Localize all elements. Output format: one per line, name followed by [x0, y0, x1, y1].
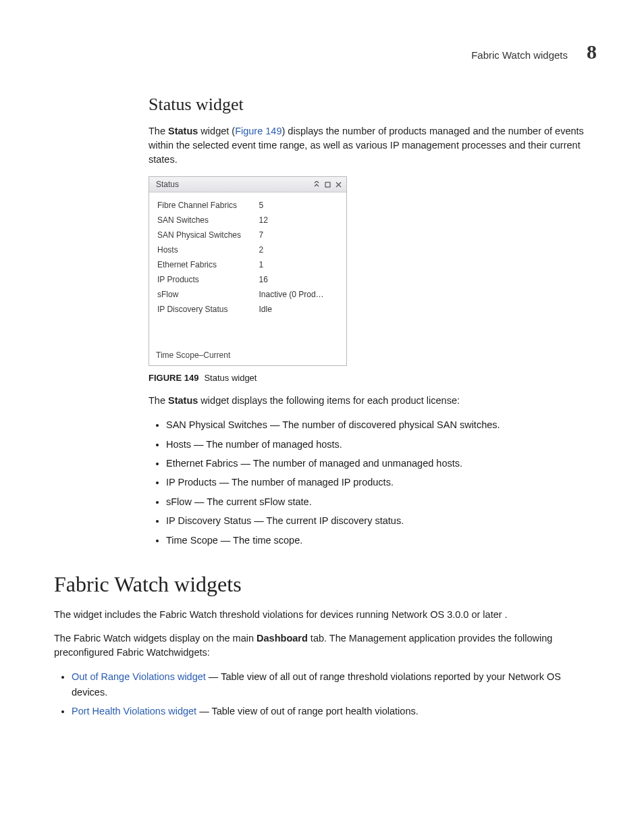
- fabric-bullet-list: Out of Range Violations widget — Table v…: [54, 669, 597, 719]
- figure-label: FIGURE 149: [149, 373, 198, 383]
- status-row-value: 7: [258, 228, 340, 242]
- figure-caption: FIGURE 149Status widget: [149, 373, 597, 383]
- widget-titlebar-icons: [313, 180, 342, 188]
- status-row-label: Ethernet Fabrics: [156, 257, 258, 272]
- list-item: Time Scope — The time scope.: [166, 533, 597, 548]
- text-bold: Status: [168, 126, 198, 136]
- status-row-label: Hosts: [156, 242, 258, 257]
- fabric-content: The widget includes the Fabric Watch thr…: [54, 608, 597, 719]
- status-row-label: IP Discovery Status: [156, 302, 258, 317]
- status-row: Fibre Channel Fabrics5: [156, 198, 340, 213]
- figure-link[interactable]: Figure 149: [235, 126, 281, 136]
- status-widget-heading: Status widget: [149, 95, 597, 115]
- svg-rect-0: [325, 182, 330, 187]
- fabric-paragraph-2: The Fabric Watch widgets display on the …: [54, 631, 597, 660]
- status-items-intro: The Status widget displays the following…: [149, 394, 597, 408]
- text: The Fabric Watch widgets display on the …: [54, 633, 257, 644]
- status-row-label: SAN Switches: [156, 213, 258, 228]
- status-row-label: sFlow: [156, 287, 258, 302]
- status-row: IP Products16: [156, 272, 340, 287]
- text: widget (: [198, 126, 235, 136]
- text-bold: Status: [168, 395, 198, 406]
- page: Fabric Watch widgets 8 Status widget The…: [0, 0, 644, 769]
- status-row-value: Idle: [258, 302, 340, 317]
- status-row-value: 5: [258, 198, 340, 213]
- status-row-value: 16: [258, 272, 340, 287]
- collapse-icon[interactable]: [313, 180, 321, 188]
- status-row-value: Inactive (0 Prod…: [258, 287, 340, 302]
- cross-reference-link[interactable]: Out of Range Violations widget: [72, 671, 206, 682]
- status-row: Hosts2: [156, 242, 340, 257]
- widget-body: Fibre Channel Fabrics5SAN Switches12SAN …: [149, 192, 346, 317]
- fabric-watch-heading: Fabric Watch widgets: [54, 572, 597, 597]
- status-row-label: IP Products: [156, 272, 258, 287]
- list-item: IP Discovery Status — The current IP dis…: [166, 513, 597, 528]
- text-bold: Dashboard: [257, 633, 308, 644]
- status-intro-paragraph: The Status widget (Figure 149) displays …: [149, 124, 597, 167]
- widget-footer: Time Scope–Current: [149, 346, 346, 365]
- chapter-number: 8: [587, 41, 597, 63]
- status-row: sFlowInactive (0 Prod…: [156, 287, 340, 302]
- status-row: IP Discovery StatusIdle: [156, 302, 340, 317]
- text: widget displays the following items for …: [198, 395, 460, 406]
- list-item: sFlow — The current sFlow state.: [166, 494, 597, 509]
- list-item: SAN Physical Switches — The number of di…: [166, 417, 597, 432]
- cross-reference-link[interactable]: Port Health Violations widget: [72, 706, 196, 716]
- text: — Table view of out of range port health…: [196, 706, 419, 716]
- status-row: SAN Physical Switches7: [156, 228, 340, 242]
- running-title: Fabric Watch widgets: [471, 49, 568, 61]
- close-icon[interactable]: [334, 180, 342, 188]
- list-item: IP Products — The number of managed IP p…: [166, 475, 597, 490]
- status-table: Fibre Channel Fabrics5SAN Switches12SAN …: [156, 198, 340, 317]
- content-column: Status widget The Status widget (Figure …: [149, 95, 597, 548]
- widget-titlebar: Status: [149, 177, 346, 192]
- list-item: Port Health Violations widget — Table vi…: [72, 704, 597, 719]
- status-widget-screenshot: Status Fibre Channel Fabrics5SAN Switche…: [149, 176, 347, 366]
- status-row-value: 12: [258, 213, 340, 228]
- status-row-value: 1: [258, 257, 340, 272]
- status-row-label: SAN Physical Switches: [156, 228, 258, 242]
- status-row: Ethernet Fabrics1: [156, 257, 340, 272]
- maximize-icon[interactable]: [323, 180, 331, 188]
- widget-title: Status: [156, 180, 179, 189]
- status-row: SAN Switches12: [156, 213, 340, 228]
- text: The: [149, 395, 168, 406]
- list-item: Hosts — The number of managed hosts.: [166, 437, 597, 452]
- page-header: Fabric Watch widgets 8: [54, 41, 597, 63]
- fabric-paragraph-1: The widget includes the Fabric Watch thr…: [54, 608, 597, 622]
- list-item: Ethernet Fabrics — The number of managed…: [166, 456, 597, 471]
- figure-caption-text: Status widget: [204, 373, 257, 383]
- status-row-label: Fibre Channel Fabrics: [156, 198, 258, 213]
- text: The: [149, 126, 168, 136]
- status-bullet-list: SAN Physical Switches — The number of di…: [149, 417, 597, 548]
- list-item: Out of Range Violations widget — Table v…: [72, 669, 597, 700]
- status-row-value: 2: [258, 242, 340, 257]
